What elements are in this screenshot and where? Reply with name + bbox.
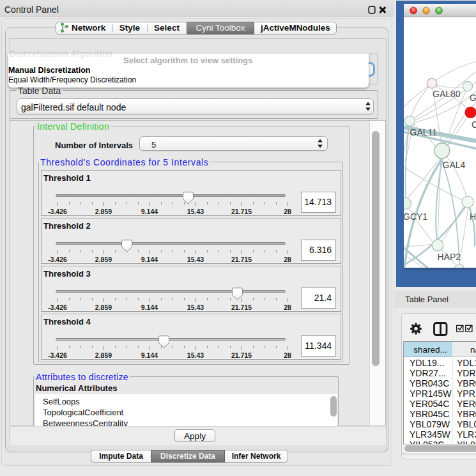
svg-text:GAL4: GAL4 bbox=[443, 160, 466, 170]
svg-text:HAP2: HAP2 bbox=[438, 252, 461, 262]
svg-text:H: H bbox=[470, 211, 476, 222]
svg-text:GAL11: GAL11 bbox=[410, 127, 438, 137]
svg-text:GCY1: GCY1 bbox=[403, 211, 427, 222]
svg-text:C: C bbox=[472, 119, 476, 130]
svg-text:GAL80: GAL80 bbox=[433, 89, 461, 99]
svg-text:G.: G. bbox=[470, 93, 476, 103]
